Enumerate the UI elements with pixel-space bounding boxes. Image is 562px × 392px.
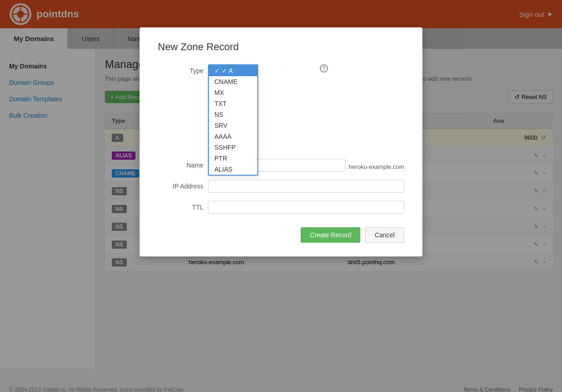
- cancel-button[interactable]: Cancel: [365, 227, 404, 243]
- create-record-button[interactable]: Create Record: [301, 227, 360, 243]
- dropdown-item-mx[interactable]: MX: [209, 87, 257, 98]
- dropdown-item-aaaa[interactable]: AAAA: [209, 131, 257, 142]
- dropdown-item-sshfp[interactable]: SSHFP: [209, 142, 257, 153]
- dropdown-item-ptr[interactable]: PTR: [209, 153, 257, 164]
- type-label: Type: [158, 64, 203, 74]
- name-row: Name .heroku-example.com: [158, 159, 404, 172]
- modal-title: New Zone Record: [158, 41, 404, 53]
- type-select-wrapper: ✓ ACNAMEMXTXTNSSRVAAAASSHFPPTRALIAS ?: [208, 64, 328, 73]
- domain-suffix: .heroku-example.com: [347, 161, 404, 170]
- dropdown-item-a[interactable]: ✓ A: [209, 65, 257, 76]
- ttl-input[interactable]: [208, 201, 404, 214]
- dropdown-item-alias[interactable]: ALIAS: [209, 164, 257, 175]
- modal-overlay: New Zone Record Type ✓ ACNAMEMXTXTNSSRVA…: [0, 0, 562, 392]
- dropdown-item-ns[interactable]: NS: [209, 109, 257, 120]
- dropdown-item-txt[interactable]: TXT: [209, 98, 257, 109]
- type-row: Type ✓ ACNAMEMXTXTNSSRVAAAASSHFPPTRALIAS…: [158, 64, 404, 74]
- ip-address-row: IP Address: [158, 180, 404, 193]
- help-icon-wrapper: ?: [260, 64, 328, 73]
- ip-address-label: IP Address: [158, 180, 203, 190]
- ttl-row: TTL: [158, 201, 404, 214]
- help-icon[interactable]: ?: [320, 64, 328, 73]
- new-zone-record-modal: New Zone Record Type ✓ ACNAMEMXTXTNSSRVA…: [140, 27, 422, 256]
- ttl-label: TTL: [158, 201, 203, 211]
- modal-footer: Create Record Cancel: [158, 227, 404, 243]
- dropdown-item-srv[interactable]: SRV: [209, 120, 257, 131]
- name-label: Name: [158, 159, 203, 169]
- ip-address-input[interactable]: [208, 180, 404, 193]
- type-dropdown[interactable]: ✓ ACNAMEMXTXTNSSRVAAAASSHFPPTRALIAS: [208, 64, 258, 176]
- dropdown-item-cname[interactable]: CNAME: [209, 76, 257, 87]
